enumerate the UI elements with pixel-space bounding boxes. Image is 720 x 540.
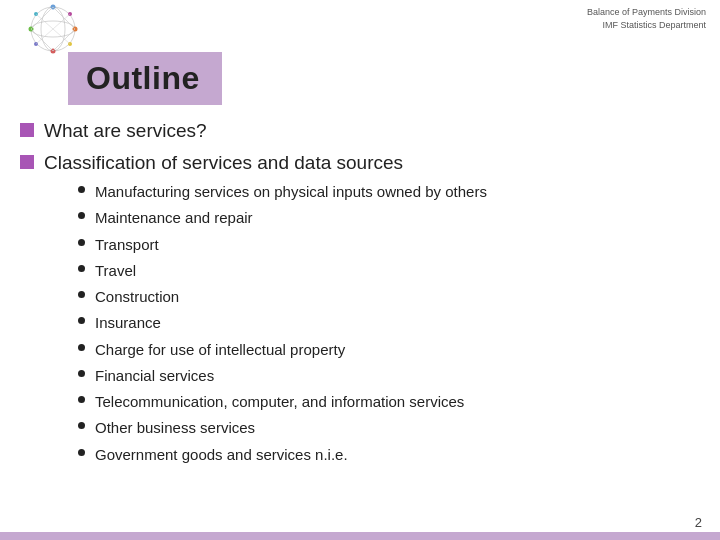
dot-bullet-icon — [78, 239, 85, 246]
list-item: Insurance — [78, 311, 487, 334]
logo-icon — [8, 4, 98, 54]
sub-list: Manufacturing services on physical input… — [78, 180, 487, 466]
header-line1: Balance of Payments Division — [587, 6, 706, 19]
header-area: Balance of Payments Division IMF Statist… — [573, 0, 720, 37]
header-line2: IMF Statistics Department — [587, 19, 706, 32]
dot-bullet-icon — [78, 396, 85, 403]
dot-bullet-icon — [78, 317, 85, 324]
logo — [8, 4, 98, 54]
dot-bullet-icon — [78, 186, 85, 193]
dot-bullet-icon — [78, 212, 85, 219]
sub-item-text: Travel — [95, 259, 136, 282]
sub-item-text: Maintenance and repair — [95, 206, 253, 229]
list-item: Telecommunication, computer, and informa… — [78, 390, 487, 413]
square-bullet-icon — [20, 123, 34, 137]
svg-line-13 — [53, 29, 75, 51]
dot-bullet-icon — [78, 344, 85, 351]
sub-item-text: Insurance — [95, 311, 161, 334]
content-area: What are services? Classification of ser… — [20, 120, 700, 510]
sub-item-text: Government goods and services n.i.e. — [95, 443, 348, 466]
sub-item-text: Telecommunication, computer, and informa… — [95, 390, 464, 413]
dot-bullet-icon — [78, 370, 85, 377]
dot-bullet-icon — [78, 265, 85, 272]
list-item: Travel — [78, 259, 487, 282]
dot-bullet-icon — [78, 291, 85, 298]
sub-item-text: Construction — [95, 285, 179, 308]
list-item: Financial services — [78, 364, 487, 387]
list-item: Manufacturing services on physical input… — [78, 180, 487, 203]
svg-line-12 — [31, 7, 53, 29]
sub-item-text: Manufacturing services on physical input… — [95, 180, 487, 203]
bullet-text-2: Classification of services and data sour… — [44, 152, 487, 174]
square-bullet-icon-2 — [20, 155, 34, 169]
bullet-item-2: Classification of services and data sour… — [20, 152, 700, 469]
svg-line-11 — [53, 7, 75, 29]
page-title: Outline — [68, 52, 222, 105]
list-item: Government goods and services n.i.e. — [78, 443, 487, 466]
list-item: Charge for use of intellectual property — [78, 338, 487, 361]
sub-item-text: Charge for use of intellectual property — [95, 338, 345, 361]
list-item: Other business services — [78, 416, 487, 439]
list-item: Transport — [78, 233, 487, 256]
bottom-bar — [0, 532, 720, 540]
bullet-item-1: What are services? — [20, 120, 700, 142]
sub-item-text: Transport — [95, 233, 159, 256]
dot-bullet-icon — [78, 449, 85, 456]
svg-line-14 — [31, 29, 53, 51]
bullet-text-1: What are services? — [44, 120, 207, 142]
sub-item-text: Financial services — [95, 364, 214, 387]
dot-bullet-icon — [78, 422, 85, 429]
sub-item-text: Other business services — [95, 416, 255, 439]
list-item: Maintenance and repair — [78, 206, 487, 229]
bullet-section-2-content: Classification of services and data sour… — [44, 152, 487, 469]
page-number: 2 — [695, 515, 702, 530]
list-item: Construction — [78, 285, 487, 308]
